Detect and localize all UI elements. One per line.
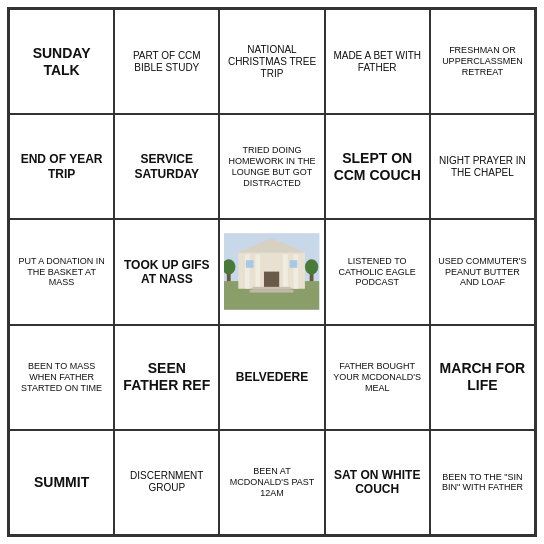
cell-text-r0c1: PART OF CCM BIBLE STUDY bbox=[119, 50, 214, 74]
bingo-cell-r3c1: SEEN FATHER REF bbox=[114, 325, 219, 430]
svg-rect-7 bbox=[283, 255, 288, 289]
building-image bbox=[224, 224, 319, 319]
cell-text-r3c2: BELVEDERE bbox=[236, 370, 308, 384]
cell-text-r1c0: END OF YEAR TRIP bbox=[14, 152, 109, 181]
bingo-cell-r3c0: BEEN TO MASS WHEN FATHER STARTED ON TIME bbox=[9, 325, 114, 430]
bingo-cell-r4c3: SAT ON WHITE COUCH bbox=[325, 430, 430, 535]
svg-rect-6 bbox=[256, 255, 261, 289]
bingo-cell-r2c2 bbox=[219, 219, 324, 324]
bingo-cell-r1c3: SLEPT ON CCM COUCH bbox=[325, 114, 430, 219]
svg-rect-9 bbox=[264, 272, 279, 289]
bingo-cell-r4c2: BEEN AT MCDONALD'S PAST 12AM bbox=[219, 430, 324, 535]
bingo-cell-r1c2: TRIED DOING HOMEWORK IN THE LOUNGE BUT G… bbox=[219, 114, 324, 219]
cell-text-r2c1: TOOK UP GIFS AT NASS bbox=[119, 258, 214, 287]
svg-rect-12 bbox=[253, 287, 291, 290]
cell-text-r0c4: FRESHMAN OR UPPERCLASSMEN RETREAT bbox=[435, 45, 530, 77]
cell-text-r4c3: SAT ON WHITE COUCH bbox=[330, 468, 425, 497]
cell-text-r2c0: PUT A DONATION IN THE BASKET AT MASS bbox=[14, 256, 109, 288]
bingo-cell-r2c3: LISTENED TO CATHOLIC EAGLE PODCAST bbox=[325, 219, 430, 324]
bingo-cell-r3c3: FATHER BOUGHT YOUR MCDONALD'S MEAL bbox=[325, 325, 430, 430]
svg-rect-13 bbox=[250, 290, 294, 293]
cell-text-r3c0: BEEN TO MASS WHEN FATHER STARTED ON TIME bbox=[14, 361, 109, 393]
svg-rect-11 bbox=[290, 261, 298, 269]
bingo-cell-r1c1: SERVICE SATURDAY bbox=[114, 114, 219, 219]
bingo-cell-r0c1: PART OF CCM BIBLE STUDY bbox=[114, 9, 219, 114]
cell-text-r2c4: USED COMMUTER'S PEANUT BUTTER AND LOAF bbox=[435, 256, 530, 288]
bingo-cell-r0c2: NATIONAL CHRISTMAS TREE TRIP bbox=[219, 9, 324, 114]
bingo-cell-r3c4: MARCH FOR LIFE bbox=[430, 325, 535, 430]
bingo-cell-r1c4: NIGHT PRAYER IN THE CHAPEL bbox=[430, 114, 535, 219]
bingo-cell-r0c4: FRESHMAN OR UPPERCLASSMEN RETREAT bbox=[430, 9, 535, 114]
cell-text-r2c3: LISTENED TO CATHOLIC EAGLE PODCAST bbox=[330, 256, 425, 288]
cell-text-r4c4: BEEN TO THE "SIN BIN" WITH FATHER bbox=[435, 472, 530, 494]
bingo-cell-r0c3: MADE A BET WITH FATHER bbox=[325, 9, 430, 114]
svg-rect-5 bbox=[245, 255, 250, 289]
cell-text-r0c2: NATIONAL CHRISTMAS TREE TRIP bbox=[224, 44, 319, 80]
cell-text-r1c3: SLEPT ON CCM COUCH bbox=[330, 150, 425, 184]
cell-text-r0c0: SUNDAY TALK bbox=[14, 45, 109, 79]
bingo-cell-r0c0: SUNDAY TALK bbox=[9, 9, 114, 114]
bingo-board: SUNDAY TALKPART OF CCM BIBLE STUDYNATION… bbox=[7, 7, 537, 537]
svg-point-17 bbox=[305, 260, 318, 275]
cell-text-r4c0: SUMMIT bbox=[34, 474, 89, 491]
bingo-cell-r3c2: BELVEDERE bbox=[219, 325, 324, 430]
cell-text-r3c4: MARCH FOR LIFE bbox=[435, 360, 530, 394]
cell-text-r1c4: NIGHT PRAYER IN THE CHAPEL bbox=[435, 155, 530, 179]
bingo-cell-r2c4: USED COMMUTER'S PEANUT BUTTER AND LOAF bbox=[430, 219, 535, 324]
svg-rect-10 bbox=[246, 261, 254, 269]
cell-text-r3c3: FATHER BOUGHT YOUR MCDONALD'S MEAL bbox=[330, 361, 425, 393]
cell-text-r1c2: TRIED DOING HOMEWORK IN THE LOUNGE BUT G… bbox=[224, 145, 319, 188]
cell-text-r3c1: SEEN FATHER REF bbox=[119, 360, 214, 394]
bingo-cell-r4c0: SUMMIT bbox=[9, 430, 114, 535]
cell-text-r1c1: SERVICE SATURDAY bbox=[119, 152, 214, 181]
svg-rect-8 bbox=[294, 255, 299, 289]
bingo-cell-r4c1: DISCERNMENT GROUP bbox=[114, 430, 219, 535]
cell-text-r0c3: MADE A BET WITH FATHER bbox=[330, 50, 425, 74]
bingo-cell-r2c0: PUT A DONATION IN THE BASKET AT MASS bbox=[9, 219, 114, 324]
cell-text-r4c2: BEEN AT MCDONALD'S PAST 12AM bbox=[224, 466, 319, 498]
bingo-cell-r4c4: BEEN TO THE "SIN BIN" WITH FATHER bbox=[430, 430, 535, 535]
bingo-cell-r1c0: END OF YEAR TRIP bbox=[9, 114, 114, 219]
bingo-cell-r2c1: TOOK UP GIFS AT NASS bbox=[114, 219, 219, 324]
cell-text-r4c1: DISCERNMENT GROUP bbox=[119, 470, 214, 494]
